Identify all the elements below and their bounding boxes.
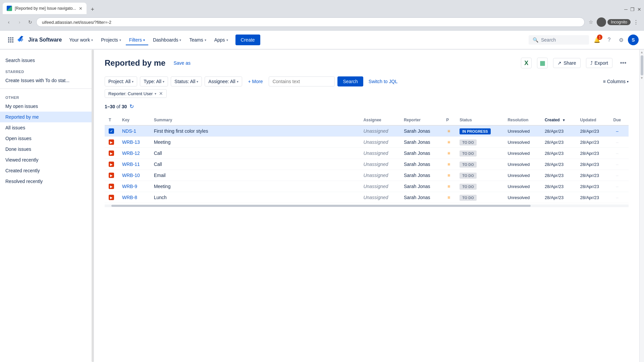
- more-filters-button[interactable]: + More: [245, 77, 266, 86]
- columns-button[interactable]: ≡ Columns ▾: [603, 79, 629, 84]
- excel-export-button[interactable]: X: [521, 58, 532, 68]
- more-actions-button[interactable]: •••: [618, 58, 629, 68]
- issue-summary[interactable]: Meeting: [154, 139, 171, 145]
- create-button[interactable]: Create: [235, 35, 260, 45]
- col-header-key[interactable]: Key: [118, 115, 150, 125]
- nav-dashboards[interactable]: Dashboards ▾: [150, 35, 185, 45]
- table-row[interactable]: ▶WRB-11CallUnassignedSarah Jonas≡TO DOUn…: [105, 159, 629, 170]
- save-as-button[interactable]: Save as: [171, 59, 193, 67]
- sidebar-item-my-open-issues[interactable]: My open issues: [0, 101, 94, 112]
- table-row[interactable]: ▶WRB-13MeetingUnassignedSarah Jonas≡TO D…: [105, 137, 629, 148]
- address-bar[interactable]: uifeed.atlassian.net/issues/?filter=-2: [36, 17, 585, 27]
- back-button[interactable]: ‹: [4, 17, 13, 27]
- search-button[interactable]: Search: [337, 76, 363, 86]
- col-header-resolution[interactable]: Resolution: [503, 115, 540, 125]
- sidebar-starred-item[interactable]: Create Issues with To do stat...: [0, 75, 94, 86]
- project-filter[interactable]: Project: All ▾: [105, 76, 137, 86]
- col-header-t[interactable]: T: [105, 115, 118, 125]
- issue-key[interactable]: NDS-1: [122, 128, 136, 134]
- issue-due: –: [609, 159, 629, 170]
- share-button[interactable]: ↗ Share: [553, 58, 580, 68]
- nav-your-work[interactable]: Your work ▾: [66, 35, 96, 45]
- minimize-icon[interactable]: ─: [624, 7, 628, 12]
- jira-logo[interactable]: Jira Software: [17, 36, 62, 44]
- reporter-filter-remove[interactable]: ✕: [159, 91, 163, 96]
- status-filter[interactable]: Status: All ▾: [171, 76, 202, 86]
- issue-summary[interactable]: Call: [154, 162, 162, 167]
- sidebar-item-viewed-recently[interactable]: Viewed recently: [0, 155, 94, 165]
- nav-projects[interactable]: Projects ▾: [98, 35, 124, 45]
- table-scroll-bar[interactable]: [105, 204, 629, 207]
- assignee-filter[interactable]: Assignee: All ▾: [205, 76, 242, 86]
- issue-resolution: Unresolved: [503, 170, 540, 181]
- scroll-up-icon[interactable]: ▲: [640, 50, 644, 54]
- sidebar-item-reported-by-me[interactable]: Reported by me: [0, 112, 94, 122]
- right-scrollbar[interactable]: ▲ ▼: [639, 50, 644, 362]
- type-filter[interactable]: Type: All ▾: [140, 76, 168, 86]
- scroll-down-icon[interactable]: ▼: [640, 76, 644, 80]
- reload-button[interactable]: ↻: [25, 17, 35, 27]
- col-header-summary[interactable]: Summary: [150, 115, 360, 125]
- col-header-created[interactable]: Created ▼: [541, 115, 576, 125]
- close-icon[interactable]: ✕: [637, 7, 641, 12]
- sidebar-item-resolved-recently[interactable]: Resolved recently: [0, 176, 94, 187]
- avatar[interactable]: S: [628, 35, 639, 45]
- settings-button[interactable]: ⚙: [616, 35, 627, 45]
- table-row[interactable]: ▶WRB-8LunchUnassignedSarah Jonas≡TO DOUn…: [105, 192, 629, 203]
- bookmark-icon[interactable]: ☆: [586, 17, 595, 27]
- browser-tab-active[interactable]: [Reported by me] Issue navigato... ✕: [3, 3, 87, 14]
- issue-summary[interactable]: First thing first color styles: [154, 128, 208, 134]
- export-label: Export: [595, 60, 608, 66]
- col-header-updated[interactable]: Updated: [576, 115, 609, 125]
- issue-key[interactable]: WRB-11: [122, 162, 140, 167]
- search-bar[interactable]: 🔍 Search: [529, 35, 589, 45]
- table-row[interactable]: ▶WRB-12CallUnassignedSarah Jonas≡TO DOUn…: [105, 148, 629, 159]
- col-header-status[interactable]: Status: [455, 115, 503, 125]
- sidebar-item-open-issues[interactable]: Open issues: [0, 133, 94, 144]
- sheet-export-button[interactable]: ▦: [537, 58, 548, 68]
- issue-summary[interactable]: Lunch: [154, 195, 167, 200]
- table-row[interactable]: ✓NDS-1First thing first color stylesUnas…: [105, 125, 629, 137]
- sidebar-scroll-indicator[interactable]: [92, 50, 94, 362]
- issue-created: 28/Apr/23: [541, 148, 576, 159]
- nav-teams[interactable]: Teams ▾: [186, 35, 209, 45]
- profile-icon[interactable]: [597, 17, 606, 27]
- issue-summary[interactable]: Email: [154, 173, 166, 178]
- table-row[interactable]: ▶WRB-10EmailUnassignedSarah Jonas≡TO DOU…: [105, 170, 629, 181]
- help-button[interactable]: ?: [604, 35, 614, 45]
- col-header-reporter[interactable]: Reporter: [400, 115, 442, 125]
- issue-key[interactable]: WRB-10: [122, 173, 140, 178]
- nav-filters[interactable]: Filters ▾: [126, 35, 148, 45]
- notifications-button[interactable]: 🔔 1: [592, 35, 602, 45]
- col-header-assignee[interactable]: Assignee: [359, 115, 400, 125]
- sidebar-item-all-issues[interactable]: All issues: [0, 122, 94, 133]
- sidebar-item-created-recently[interactable]: Created recently: [0, 165, 94, 176]
- issue-key[interactable]: WRB-9: [122, 184, 137, 189]
- app-grid-button[interactable]: [5, 35, 16, 45]
- sidebar-item-done-issues[interactable]: Done issues: [0, 144, 94, 155]
- maximize-icon[interactable]: ❐: [630, 7, 635, 12]
- refresh-button[interactable]: ↻: [129, 103, 134, 110]
- sort-arrow-icon: ▼: [562, 118, 566, 122]
- issue-key[interactable]: WRB-8: [122, 195, 137, 200]
- issue-due: –: [609, 192, 629, 203]
- more-options-icon[interactable]: ⋮: [632, 19, 640, 25]
- issue-key[interactable]: WRB-12: [122, 150, 140, 156]
- issue-summary[interactable]: Call: [154, 150, 162, 156]
- notification-badge: 1: [597, 35, 602, 40]
- contains-text-input[interactable]: [269, 76, 335, 86]
- tab-close-icon[interactable]: ✕: [79, 6, 83, 11]
- export-button[interactable]: ⤴ Export: [586, 58, 612, 68]
- bug-type-icon: ▶: [109, 195, 114, 200]
- reporter-filter-tag[interactable]: Reporter: Current User ▾ ✕: [105, 89, 167, 98]
- issue-key[interactable]: WRB-13: [122, 139, 140, 145]
- col-header-due[interactable]: Due: [609, 115, 629, 125]
- switch-to-jql-button[interactable]: Switch to JQL: [366, 77, 400, 86]
- sidebar-search-link[interactable]: Search issues: [0, 55, 94, 66]
- forward-button[interactable]: ›: [15, 17, 24, 27]
- col-header-p[interactable]: P: [442, 115, 455, 125]
- table-row[interactable]: ▶WRB-9MeetingUnassignedSarah Jonas≡TO DO…: [105, 181, 629, 192]
- issue-summary[interactable]: Meeting: [154, 184, 171, 189]
- nav-apps[interactable]: Apps ▾: [211, 35, 231, 45]
- new-tab-button[interactable]: +: [88, 5, 97, 14]
